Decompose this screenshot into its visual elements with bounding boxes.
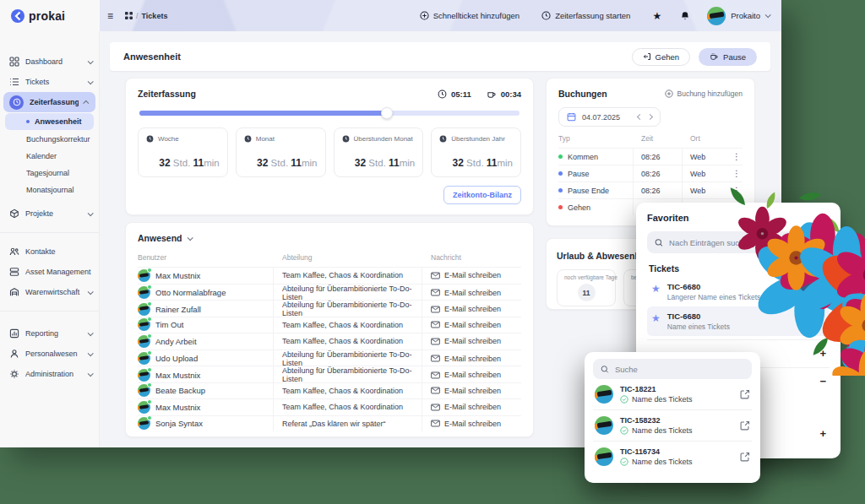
department-cell: Team Kaffee, Chaos & Koordination bbox=[273, 383, 422, 399]
favorite-ticket-entry[interactable]: ★ TIC-6680 Längerer Name eines Tickets d… bbox=[647, 277, 830, 306]
favorite-ticket-entry[interactable]: ★ TIC-6680 Name eines Tickets bbox=[647, 306, 830, 336]
add-booking-button[interactable]: Buchung hinzufügen bbox=[665, 89, 743, 98]
sidebar-item-administration[interactable]: Administration bbox=[0, 364, 99, 384]
row-menu-kebab-icon[interactable]: ⋮ bbox=[731, 170, 743, 178]
notifications-bell-icon[interactable] bbox=[680, 11, 690, 21]
booking-row: Pause Ende 08:26 Web ⋮ bbox=[558, 182, 743, 198]
sidebar-item-asset-management[interactable]: Asset Management bbox=[0, 262, 99, 282]
favorites-star-icon[interactable]: ★ bbox=[652, 10, 661, 22]
search-icon bbox=[655, 238, 663, 247]
menu-toggle-icon[interactable]: ≡ bbox=[107, 10, 113, 22]
row-menu-kebab-icon[interactable]: ⋮ bbox=[731, 187, 743, 195]
ticket-id: TIC-116734 bbox=[620, 447, 693, 456]
sidebar-item-projekte[interactable]: Projekte bbox=[0, 203, 99, 224]
user-cell: Sonja Syntax bbox=[138, 417, 273, 430]
sidebar-subitem-anwesenheit[interactable]: Anwesenheit bbox=[5, 113, 94, 130]
open-ticket-external-link-icon[interactable] bbox=[740, 452, 750, 462]
user-menu[interactable]: Prokaito bbox=[707, 7, 770, 25]
favorite-star-icon[interactable]: ★ bbox=[651, 313, 661, 323]
column-benutzer: Benutzer bbox=[138, 253, 273, 262]
avatar bbox=[138, 401, 150, 414]
start-timer-button[interactable]: Zeiterfassung starten bbox=[541, 11, 630, 20]
column-ort: Ort bbox=[682, 134, 731, 143]
breadcrumb-current[interactable]: Tickets bbox=[142, 12, 168, 20]
sidebar-item-reporting[interactable]: Reporting bbox=[0, 323, 99, 344]
slider-fill bbox=[139, 111, 387, 116]
column-abteilung: Abteilung bbox=[273, 253, 422, 262]
gehen-button[interactable]: Gehen bbox=[632, 48, 691, 66]
expand-section-button[interactable]: + bbox=[819, 350, 826, 358]
avatar bbox=[138, 303, 150, 316]
available-days-box: noch verfügbare Tage 11 bbox=[557, 269, 616, 306]
chevron-down-icon[interactable] bbox=[187, 235, 193, 241]
sidebar-subitem-kalender[interactable]: Kalender bbox=[0, 148, 99, 165]
ticket-name: Name des Tickets bbox=[632, 395, 693, 404]
email-link[interactable]: E-Mail schreiben bbox=[422, 317, 521, 333]
favorite-star-icon[interactable]: ★ bbox=[651, 284, 661, 294]
buchungen-title: Buchungen bbox=[558, 89, 607, 99]
collapse-section-button[interactable]: − bbox=[821, 264, 828, 273]
search-result-row[interactable]: TIC-18221 Name des Tickets bbox=[593, 379, 752, 409]
time-stats: Woche 32 Std. 11min Monat bbox=[138, 127, 521, 177]
date-value: 04.07.2025 bbox=[582, 113, 620, 122]
zeitkonto-bilanz-button[interactable]: Zeitkonto-Bilanz bbox=[443, 186, 521, 204]
projects-icon bbox=[9, 209, 19, 219]
stat-value: 32 Std. 11min bbox=[244, 157, 318, 169]
open-ticket-external-link-icon[interactable] bbox=[740, 420, 750, 431]
logo-text: prokai bbox=[29, 9, 65, 23]
slider-thumb[interactable] bbox=[381, 107, 393, 119]
search-result-row[interactable]: TIC-116734 Name des Tickets bbox=[593, 441, 752, 472]
pause-button[interactable]: Pause bbox=[699, 48, 757, 66]
email-link[interactable]: E-Mail schreiben bbox=[422, 285, 521, 301]
email-link[interactable]: E-Mail schreiben bbox=[422, 268, 521, 284]
department-cell: Abteilung für Überambitionierte To-Do-Li… bbox=[273, 285, 422, 301]
open-ticket-external-link-icon[interactable] bbox=[740, 389, 750, 399]
email-link[interactable]: E-Mail schreiben bbox=[422, 350, 521, 367]
email-link[interactable]: E-Mail schreiben bbox=[422, 416, 521, 432]
favoriten-search-input[interactable] bbox=[669, 238, 822, 247]
email-link[interactable]: E-Mail schreiben bbox=[422, 366, 521, 383]
previous-day-button[interactable] bbox=[637, 114, 643, 120]
work-progress-slider[interactable] bbox=[139, 111, 520, 116]
email-link[interactable]: E-Mail schreiben bbox=[422, 383, 521, 399]
sidebar-item-warenwirtschaft[interactable]: Warenwirtschaft bbox=[0, 282, 99, 302]
sidebar-item-tickets[interactable]: Tickets bbox=[0, 72, 99, 92]
table-row: Otto Normalabfrage Abteilung für Überamb… bbox=[138, 284, 521, 301]
next-day-button[interactable] bbox=[647, 114, 653, 120]
time-summary: 05:11 00:34 bbox=[438, 89, 521, 99]
collapse-section-button[interactable]: − bbox=[819, 377, 826, 386]
avatar bbox=[138, 318, 150, 331]
stat-box: Woche 32 Std. 11min bbox=[138, 127, 228, 177]
user-cell: Max Mustnix bbox=[138, 369, 273, 382]
suche-search[interactable] bbox=[593, 359, 752, 379]
department-cell: Referat „Das klären wir später“ bbox=[273, 416, 422, 432]
table-row: Beate Backup Team Kaffee, Chaos & Koordi… bbox=[138, 382, 521, 399]
sidebar-item-personalwesen[interactable]: Personalwesen bbox=[0, 344, 99, 364]
search-icon bbox=[601, 365, 609, 374]
expand-section-button[interactable]: + bbox=[819, 430, 826, 438]
department-cell: Abteilung für Überambitionierte To-Do-Li… bbox=[273, 366, 422, 383]
active-dot bbox=[26, 120, 30, 123]
sidebar-item-dashboard[interactable]: Dashboard bbox=[0, 51, 99, 72]
sidebar-subitem-buchungskorrektur[interactable]: Buchungskorrektur bbox=[0, 131, 99, 148]
email-link[interactable]: E-Mail schreiben bbox=[422, 399, 521, 415]
search-result-row[interactable]: TIC-158232 Name des Tickets bbox=[593, 409, 752, 441]
row-menu-kebab-icon[interactable]: ⋮ bbox=[731, 153, 743, 161]
date-picker[interactable]: 04.07.2025 bbox=[558, 107, 661, 127]
avatar bbox=[138, 269, 150, 282]
sidebar-item-zeiterfassung[interactable]: Zeiterfassung bbox=[3, 92, 95, 112]
online-status-dot bbox=[147, 268, 152, 273]
booking-location: Web bbox=[682, 149, 731, 165]
favoriten-search[interactable] bbox=[647, 231, 830, 253]
sidebar-item-kontakte[interactable]: Kontakte bbox=[0, 241, 99, 262]
breadcrumb[interactable]: / Tickets bbox=[125, 12, 167, 20]
suche-search-input[interactable] bbox=[615, 365, 744, 374]
ticket-name: Name des Tickets bbox=[632, 458, 693, 466]
email-link[interactable]: E-Mail schreiben bbox=[422, 333, 521, 350]
clock-icon bbox=[438, 89, 447, 99]
sidebar-subitem-tagesjournal[interactable]: Tagesjournal bbox=[0, 165, 99, 182]
email-link[interactable]: E-Mail schreiben bbox=[422, 301, 521, 317]
quick-ticket-button[interactable]: Schnellticket hinzufügen bbox=[420, 11, 520, 20]
sidebar-subitem-monatsjournal[interactable]: Monatsjournal bbox=[0, 182, 99, 198]
anwesend-card: Anwesend Benutzer Abteilung Nachricht bbox=[125, 222, 534, 437]
